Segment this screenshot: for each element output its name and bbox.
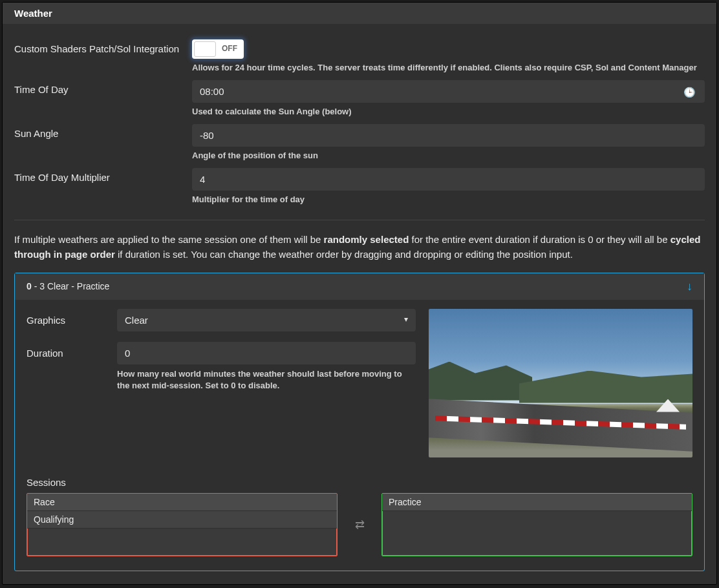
weather-grid: Graphics Clear Duration How m bbox=[27, 309, 692, 457]
duration-control: How many real world minutes the weather … bbox=[117, 342, 416, 393]
session-item-race[interactable]: Race bbox=[27, 494, 337, 511]
sun-angle-input[interactable] bbox=[192, 124, 705, 147]
duration-input[interactable] bbox=[117, 342, 416, 364]
weather-card-index: 0 bbox=[27, 281, 32, 291]
weather-card-header[interactable]: 0 - 3 Clear - Practice ↓ bbox=[15, 273, 704, 300]
row-graphics: Graphics Clear bbox=[27, 309, 416, 331]
collapse-arrow-icon[interactable]: ↓ bbox=[687, 280, 692, 293]
info-p2: for the entire event duration if duratio… bbox=[409, 234, 670, 245]
tod-mult-label: Time Of Day Multiplier bbox=[14, 168, 192, 204]
sun-angle-label: Sun Angle bbox=[14, 124, 192, 160]
tod-label: Time Of Day bbox=[14, 80, 192, 116]
duration-hint: How many real world minutes the weather … bbox=[117, 368, 416, 393]
graphics-select[interactable]: Clear bbox=[117, 309, 416, 331]
tod-mult-hint: Multiplier for the time of day bbox=[192, 194, 705, 204]
sun-angle-hint: Angle of the position of the sun bbox=[192, 151, 705, 160]
tod-multiplier-input[interactable] bbox=[192, 168, 705, 191]
sessions-available-box[interactable]: Race Qualifying bbox=[27, 493, 338, 556]
row-csp: Custom Shaders Patch/Sol Integration OFF… bbox=[14, 39, 705, 72]
row-sun-angle: Sun Angle Angle of the position of the s… bbox=[14, 124, 705, 160]
sessions-selected-box[interactable]: Practice bbox=[381, 493, 692, 556]
session-item-qualifying[interactable]: Qualifying bbox=[27, 511, 337, 529]
csp-control-col: OFF Allows for 24 hour time cycles. The … bbox=[192, 39, 705, 72]
csp-label: Custom Shaders Patch/Sol Integration bbox=[14, 39, 192, 72]
csp-toggle[interactable]: OFF bbox=[192, 39, 244, 59]
toggle-knob bbox=[194, 41, 216, 57]
time-of-day-input[interactable] bbox=[192, 80, 705, 103]
tod-hint: Used to calculate the Sun Angle (below) bbox=[192, 107, 705, 116]
weather-card-body: Graphics Clear Duration How m bbox=[15, 300, 704, 571]
weather-right-col bbox=[429, 309, 692, 457]
info-b1: randomly selected bbox=[324, 234, 409, 245]
info-p3: if duration is set. You can change the w… bbox=[115, 249, 573, 260]
tod-input-wrap: 🕒 bbox=[192, 80, 705, 103]
session-item-practice[interactable]: Practice bbox=[382, 494, 692, 511]
duration-label: Duration bbox=[27, 342, 117, 359]
toggle-value: OFF bbox=[222, 44, 237, 53]
tod-mult-control-col: Multiplier for the time of day bbox=[192, 168, 705, 204]
panel-body: Custom Shaders Patch/Sol Integration OFF… bbox=[3, 24, 716, 584]
separator bbox=[14, 220, 705, 220]
csp-hint: Allows for 24 hour time cycles. The serv… bbox=[192, 63, 705, 72]
sessions-row: Race Qualifying ⇄ Practice bbox=[27, 493, 692, 556]
graphics-control: Clear bbox=[117, 309, 416, 331]
row-tod-mult: Time Of Day Multiplier Multiplier for th… bbox=[14, 168, 705, 204]
row-time-of-day: Time Of Day 🕒 Used to calculate the Sun … bbox=[14, 80, 705, 116]
weather-left-col: Graphics Clear Duration How m bbox=[27, 309, 416, 457]
graphics-label: Graphics bbox=[27, 309, 117, 326]
weather-info-text: If multiple weathers are applied to the … bbox=[14, 232, 705, 262]
info-p1: If multiple weathers are applied to the … bbox=[14, 234, 324, 245]
weather-card-title-rest: - 3 Clear - Practice bbox=[32, 281, 110, 291]
weather-preview-image bbox=[429, 309, 692, 457]
swap-icon: ⇄ bbox=[347, 518, 372, 532]
weather-card: 0 - 3 Clear - Practice ↓ Graphics Clear bbox=[14, 273, 705, 571]
sun-angle-control-col: Angle of the position of the sun bbox=[192, 124, 705, 160]
sessions-label: Sessions bbox=[27, 477, 692, 488]
row-duration: Duration How many real world minutes the… bbox=[27, 342, 416, 393]
panel-title: Weather bbox=[3, 3, 716, 24]
tod-control-col: 🕒 Used to calculate the Sun Angle (below… bbox=[192, 80, 705, 116]
weather-panel: Weather Custom Shaders Patch/Sol Integra… bbox=[2, 2, 717, 585]
weather-card-title: 0 - 3 Clear - Practice bbox=[27, 281, 109, 291]
